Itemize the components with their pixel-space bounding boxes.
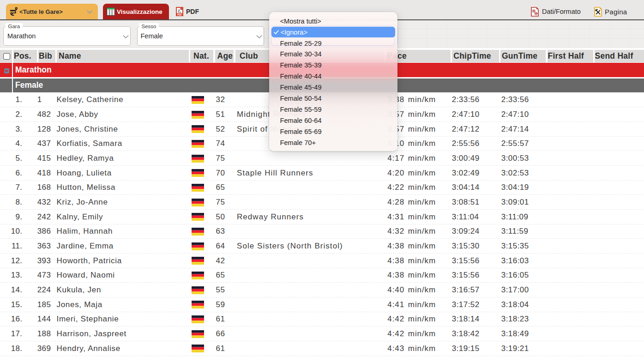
svg-text:PDF: PDF: [177, 14, 182, 16]
